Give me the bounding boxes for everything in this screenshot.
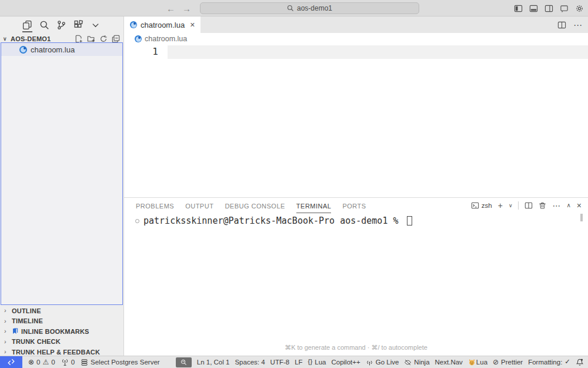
history-back-button[interactable]: ← [166, 4, 175, 13]
ports-count: 0 [71, 359, 75, 366]
lua-ext-label: Lua [476, 359, 487, 366]
lua-file-icon [19, 46, 27, 54]
check-icon: ✓ [564, 359, 570, 366]
source-control-view-icon[interactable] [56, 19, 67, 31]
breadcrumb[interactable]: chatroom.lua [124, 33, 588, 45]
toggle-secondary-sidebar-icon[interactable] [544, 4, 553, 13]
tab-chatroom-lua[interactable]: chatroom.lua × [124, 16, 201, 33]
ninja-label: Ninja [414, 359, 429, 366]
panel-tab-bar: PROBLEMS OUTPUT DEBUG CONSOLE TERMINAL P… [136, 203, 366, 213]
history-forward-button[interactable]: → [182, 4, 191, 13]
notifications-bell-icon[interactable] [576, 358, 584, 366]
close-panel-icon[interactable]: × [577, 201, 582, 210]
postgres-server-button[interactable]: Select Postgres Server [81, 359, 160, 366]
tab-terminal[interactable]: TERMINAL [296, 203, 332, 213]
file-row-chatroom-lua[interactable]: chatroom.lua [1, 43, 122, 56]
section-trunk-check[interactable]: › TRUNK CHECK [0, 337, 123, 347]
error-icon: ⊗ [28, 359, 34, 366]
settings-gear-icon[interactable] [575, 4, 584, 13]
refresh-icon[interactable] [99, 35, 108, 43]
explorer-collapse-chevron-icon[interactable]: ∨ [3, 37, 9, 42]
collapse-all-icon[interactable] [112, 35, 120, 43]
disabled-circle-icon: ⊘ [493, 359, 499, 366]
section-outline[interactable]: › OUTLINE [0, 306, 123, 316]
section-inline-bookmarks[interactable]: › INLINE BOOKMARKS [0, 326, 123, 337]
tab-close-icon[interactable]: × [190, 21, 195, 29]
current-line-highlight [168, 45, 588, 59]
chevron-right-icon: › [4, 318, 9, 324]
ninja-status[interactable]: Ninja [404, 359, 429, 366]
tab-debug-console[interactable]: DEBUG CONSOLE [225, 203, 285, 213]
maximize-panel-icon[interactable]: ∧ [566, 203, 570, 208]
eol-status[interactable]: LF [295, 359, 302, 366]
copilot-status[interactable]: Copilot++ [331, 359, 360, 366]
postgres-label: Select Postgres Server [91, 359, 160, 366]
cat-icon [468, 359, 476, 366]
extensions-view-icon[interactable] [73, 19, 84, 31]
title-bar: ← → aos-demo1 [0, 0, 588, 16]
go-live-label: Go Live [376, 359, 399, 366]
search-icon [287, 5, 294, 12]
editor-more-actions-icon[interactable]: ⋯ [573, 21, 582, 29]
problems-status[interactable]: ⊗ 0 ⚠ 0 [28, 359, 55, 366]
terminal-actions: zsh + ∨ ⋯ ∧ × [471, 201, 582, 210]
customize-layout-icon[interactable] [560, 4, 569, 13]
terminal-scrollbar[interactable] [580, 214, 583, 221]
kill-terminal-trash-icon[interactable] [539, 201, 546, 210]
search-view-icon[interactable] [39, 19, 50, 31]
zoom-tool-button[interactable] [176, 357, 192, 367]
lua-file-icon [135, 35, 142, 42]
terminal-shell-chip[interactable]: zsh [471, 201, 492, 210]
split-editor-icon[interactable] [557, 21, 566, 29]
lua-extension-status[interactable]: Lua [468, 359, 487, 366]
split-terminal-icon[interactable] [524, 201, 533, 210]
explorer-view-icon[interactable] [22, 19, 33, 31]
language-mode-status[interactable]: {} Lua [308, 359, 326, 366]
terminal-prompt-line[interactable]: patricksskinner@Patricks-MacBook-Pro aos… [135, 216, 412, 226]
formatting-status[interactable]: Formatting: ✓ [528, 359, 570, 366]
explorer-file-tree: chatroom.lua [1, 42, 123, 305]
next-nav-status[interactable]: Next.Nav [435, 359, 463, 366]
chevron-right-icon: › [4, 339, 9, 345]
new-terminal-icon[interactable]: + [498, 201, 503, 210]
language-label: Lua [315, 359, 326, 366]
section-label: OUTLINE [12, 307, 41, 314]
indentation-status[interactable]: Spaces: 4 [235, 359, 265, 366]
terminal-profile-chevron-icon[interactable]: ∨ [509, 203, 513, 208]
error-count: 0 [36, 359, 40, 366]
tab-ports[interactable]: PORTS [342, 203, 366, 213]
lua-file-icon [130, 21, 137, 28]
command-center-search[interactable]: aos-demo1 [200, 2, 419, 14]
warning-icon: ⚠ [42, 359, 49, 366]
breadcrumb-file: chatroom.lua [145, 35, 187, 43]
code-editor[interactable]: 1 [124, 45, 588, 197]
ports-status[interactable]: 0 [61, 359, 75, 366]
remote-indicator-button[interactable] [0, 356, 22, 368]
toggle-panel-icon[interactable] [529, 4, 538, 13]
prettier-status[interactable]: ⊘ Prettier [493, 359, 523, 366]
section-label: TRUNK CHECK [12, 338, 61, 345]
section-timeline[interactable]: › TIMELINE [0, 316, 123, 327]
terminal-cursor [407, 216, 412, 226]
terminal-icon [471, 201, 479, 210]
toggle-primary-sidebar-icon[interactable] [514, 4, 523, 13]
tab-problems[interactable]: PROBLEMS [136, 203, 174, 213]
explorer-folder-title: AOS-DEMO1 [11, 35, 51, 42]
additional-views-chevron-icon[interactable] [90, 19, 101, 31]
terminal-ai-hint: ⌘K to generate a command · ⌘/ to autocom… [124, 344, 588, 352]
tab-label: chatroom.lua [141, 21, 185, 29]
new-file-icon[interactable] [75, 35, 83, 43]
new-folder-icon[interactable] [87, 35, 95, 43]
warning-count: 0 [51, 359, 55, 366]
go-live-button[interactable]: Go Live [366, 359, 399, 366]
eye-off-icon [404, 359, 412, 366]
database-icon [81, 359, 88, 366]
formatting-label: Formatting: [528, 359, 562, 366]
bookmark-icon [12, 328, 18, 334]
encoding-status[interactable]: UTF-8 [270, 359, 290, 366]
line-number: 1 [124, 46, 158, 57]
panel-more-actions-icon[interactable]: ⋯ [552, 201, 560, 210]
radio-tower-icon [61, 359, 69, 366]
tab-output[interactable]: OUTPUT [185, 203, 213, 213]
cursor-position-status[interactable]: Ln 1, Col 1 [197, 359, 230, 366]
